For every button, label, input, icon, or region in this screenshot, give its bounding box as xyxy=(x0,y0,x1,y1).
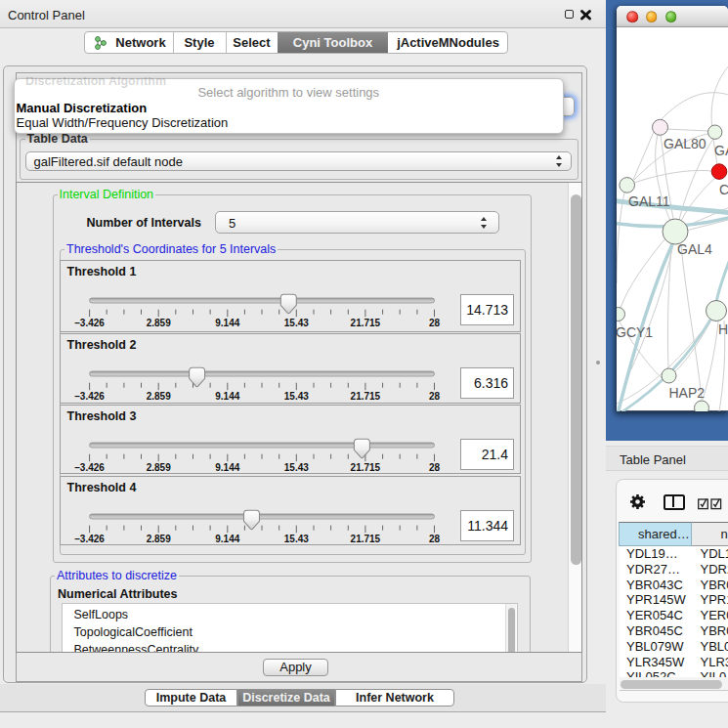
svg-text:–3.426: –3.426 xyxy=(74,318,105,328)
svg-text:H: H xyxy=(718,321,728,337)
svg-text:–3.426: –3.426 xyxy=(74,462,105,473)
svg-text:GA: GA xyxy=(714,143,728,158)
svg-text:28: 28 xyxy=(428,318,440,328)
svg-text:C: C xyxy=(719,182,728,197)
svg-text:21.715: 21.715 xyxy=(350,318,380,328)
svg-text:GAL80: GAL80 xyxy=(664,136,707,151)
svg-text:28: 28 xyxy=(428,391,440,402)
svg-text:GAL11: GAL11 xyxy=(628,193,670,209)
svg-text:9.144: 9.144 xyxy=(215,462,239,473)
svg-text:2.859: 2.859 xyxy=(146,534,170,544)
svg-text:GCY1: GCY1 xyxy=(617,324,653,340)
svg-text:–3.426: –3.426 xyxy=(74,534,105,544)
svg-text:9.144: 9.144 xyxy=(215,318,239,328)
svg-text:15.43: 15.43 xyxy=(283,391,308,402)
svg-text:9.144: 9.144 xyxy=(215,534,239,544)
svg-text:9.144: 9.144 xyxy=(215,391,239,402)
svg-text:2.859: 2.859 xyxy=(146,462,170,473)
svg-text:21.715: 21.715 xyxy=(350,462,380,473)
svg-text:28: 28 xyxy=(428,534,440,544)
svg-text:GAL4: GAL4 xyxy=(677,241,712,257)
svg-text:2.859: 2.859 xyxy=(146,391,170,402)
svg-text:–3.426: –3.426 xyxy=(74,391,105,402)
svg-text:HAP2: HAP2 xyxy=(669,385,706,401)
svg-text:21.715: 21.715 xyxy=(350,534,380,544)
svg-text:21.715: 21.715 xyxy=(350,391,380,402)
svg-text:15.43: 15.43 xyxy=(283,318,308,328)
svg-text:28: 28 xyxy=(428,462,440,473)
svg-text:15.43: 15.43 xyxy=(283,462,308,473)
svg-text:2.859: 2.859 xyxy=(146,318,170,328)
svg-text:15.43: 15.43 xyxy=(283,534,308,544)
